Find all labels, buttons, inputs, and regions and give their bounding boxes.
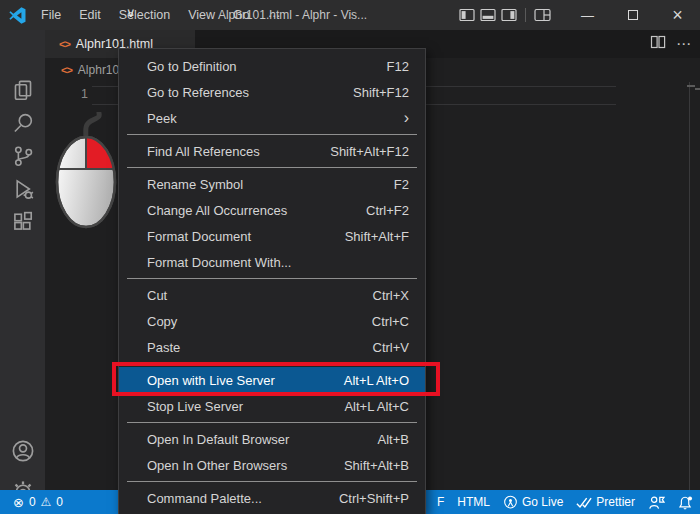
submenu-arrow-icon: › [404, 105, 409, 131]
minimap-divider [689, 82, 690, 490]
titlebar-separator [525, 8, 526, 22]
account-icon[interactable] [0, 434, 45, 467]
menu-separator [127, 134, 417, 135]
menu-item-shortcut: Ctrl+V [373, 340, 409, 355]
menu-item-label: Go to References [147, 85, 249, 100]
vscode-window: File Edit Selection View Go ⋯ Alphr101.h… [0, 0, 700, 514]
errors-count: 0 [29, 495, 36, 509]
menu-item-shortcut: Shift+Alt+B [344, 458, 409, 473]
menu-item-label: Go to Definition [147, 59, 237, 74]
menu-item-format-document[interactable]: Format DocumentShift+Alt+F [119, 223, 425, 249]
maximize-button[interactable] [610, 0, 655, 30]
toggle-panel-icon[interactable] [477, 0, 498, 30]
source-control-icon[interactable] [0, 139, 45, 172]
window-title: Alphr101.html - Alphr - Vis... [205, 8, 380, 22]
errors-icon: ⊗ [13, 495, 24, 510]
menu-item-shortcut: Ctrl+F2 [366, 203, 409, 218]
menu-item-shortcut: Shift+Alt+F12 [330, 144, 409, 159]
go-live-button[interactable]: Go Live [503, 495, 563, 510]
menu-item-shortcut: Ctrl+X [373, 288, 409, 303]
menu-item-open-in-other-browsers[interactable]: Open In Other BrowsersShift+Alt+B [119, 452, 425, 478]
extensions-icon[interactable] [0, 205, 45, 238]
menu-item-label: Copy [147, 314, 177, 329]
split-editor-icon[interactable] [650, 34, 666, 54]
menu-item-label: Change All Occurrences [147, 203, 287, 218]
menu-separator [127, 481, 417, 482]
menu-item-find-all-references[interactable]: Find All ReferencesShift+Alt+F12 [119, 138, 425, 164]
warnings-count: 0 [56, 495, 63, 509]
menu-item-peek[interactable]: Peek› [119, 105, 425, 131]
menu-item-copy[interactable]: CopyCtrl+C [119, 308, 425, 334]
search-icon[interactable] [0, 106, 45, 139]
menu-item-rename-symbol[interactable]: Rename SymbolF2 [119, 171, 425, 197]
feedback-button[interactable] [648, 495, 665, 510]
bell-icon [678, 495, 693, 510]
double-check-icon [576, 496, 592, 509]
notifications-button[interactable] [678, 495, 693, 510]
menu-item-label: Open with Live Server [147, 373, 275, 388]
menu-separator [127, 363, 417, 364]
tab-chevron-down-icon[interactable]: ∨ [126, 5, 136, 20]
menu-item-label: Paste [147, 340, 180, 355]
menu-item-paste[interactable]: PasteCtrl+V [119, 334, 425, 360]
html-tag-icon: <> [59, 38, 70, 50]
maximize-icon [628, 10, 638, 20]
menu-item-change-all-occurrences[interactable]: Change All OccurrencesCtrl+F2 [119, 197, 425, 223]
menu-item-open-with-live-server[interactable]: Open with Live ServerAlt+L Alt+O [119, 367, 425, 393]
menu-separator [127, 422, 417, 423]
feedback-icon [648, 495, 665, 510]
status-fragment[interactable]: F [437, 495, 444, 509]
toggle-sidebar-right-icon[interactable] [498, 0, 519, 30]
minimap-content [695, 88, 700, 90]
menu-item-format-document-with[interactable]: Format Document With... [119, 249, 425, 275]
menu-item-label: Peek [147, 111, 177, 126]
minimize-button[interactable]: — [565, 0, 610, 30]
menu-item-shortcut: Ctrl+Shift+P [339, 491, 409, 506]
activity-bar [0, 30, 45, 490]
menubar-edit[interactable]: Edit [70, 0, 110, 30]
menu-item-cut[interactable]: CutCtrl+X [119, 282, 425, 308]
menu-item-label: Format Document [147, 229, 251, 244]
html-tag-icon: <> [61, 64, 72, 76]
toggle-sidebar-left-icon[interactable] [456, 0, 477, 30]
menu-item-open-in-default-browser[interactable]: Open In Default BrowserAlt+B [119, 426, 425, 452]
menu-separator [127, 167, 417, 168]
line-number: 1 [81, 87, 88, 101]
close-button[interactable]: × [655, 0, 700, 30]
menubar-file[interactable]: File [32, 0, 70, 30]
menu-item-command-palette[interactable]: Command Palette...Ctrl+Shift+P [119, 485, 425, 511]
prettier-button[interactable]: Prettier [576, 495, 635, 509]
right-click-mouse-graphic [53, 112, 119, 234]
problems-indicator[interactable]: ⊗ 0 ⚠ 0 [13, 490, 63, 514]
prettier-label: Prettier [596, 495, 635, 509]
menu-item-label: Stop Live Server [147, 399, 243, 414]
menubar-selection[interactable]: Selection [110, 0, 179, 30]
menu-item-shortcut: Shift+Alt+F [345, 229, 409, 244]
menu-item-go-to-definition[interactable]: Go to DefinitionF12 [119, 53, 425, 79]
editor-more-actions-icon[interactable]: ⋯ [676, 35, 692, 53]
menu-item-shortcut: Alt+L Alt+O [344, 373, 409, 388]
menu-item-label: Open In Other Browsers [147, 458, 287, 473]
menu-item-shortcut: Alt+B [378, 432, 409, 447]
warnings-icon: ⚠ [41, 495, 52, 509]
menu-separator [127, 278, 417, 279]
customize-layout-icon[interactable] [532, 0, 553, 30]
language-mode[interactable]: HTML [457, 495, 490, 509]
menu-item-label: Format Document With... [147, 255, 291, 270]
menu-item-stop-live-server[interactable]: Stop Live ServerAlt+L Alt+C [119, 393, 425, 419]
go-live-label: Go Live [522, 495, 563, 509]
minimap-content [687, 85, 695, 87]
broadcast-icon [503, 495, 518, 510]
run-debug-icon[interactable] [0, 172, 45, 205]
titlebar: File Edit Selection View Go ⋯ Alphr101.h… [0, 0, 700, 30]
menu-item-label: Command Palette... [147, 491, 262, 506]
menu-item-go-to-references[interactable]: Go to ReferencesShift+F12 [119, 79, 425, 105]
menu-item-label: Find All References [147, 144, 260, 159]
menu-item-shortcut: F2 [394, 177, 409, 192]
menu-item-label: Open In Default Browser [147, 432, 289, 447]
explorer-icon[interactable] [0, 73, 45, 106]
menu-item-label: Cut [147, 288, 167, 303]
context-menu: Go to DefinitionF12Go to ReferencesShift… [118, 48, 426, 514]
menu-item-label: Rename Symbol [147, 177, 243, 192]
menu-item-shortcut: Shift+F12 [353, 85, 409, 100]
